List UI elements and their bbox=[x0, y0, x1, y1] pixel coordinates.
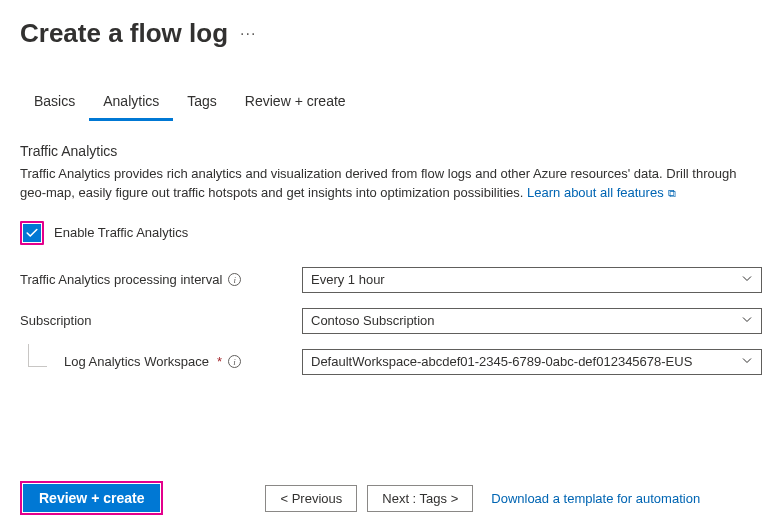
enable-traffic-analytics-checkbox[interactable] bbox=[23, 224, 41, 242]
next-button[interactable]: Next : Tags > bbox=[367, 485, 473, 512]
learn-more-text: Learn about all features bbox=[527, 185, 664, 200]
workspace-label: Log Analytics Workspace * i bbox=[20, 354, 302, 369]
learn-more-link[interactable]: Learn about all features⧉ bbox=[527, 185, 676, 200]
chevron-down-icon bbox=[741, 354, 753, 369]
subscription-select[interactable]: Contoso Subscription bbox=[302, 308, 762, 334]
info-icon[interactable]: i bbox=[228, 273, 241, 286]
previous-button[interactable]: < Previous bbox=[265, 485, 357, 512]
required-indicator: * bbox=[217, 354, 222, 369]
tab-basics[interactable]: Basics bbox=[20, 85, 89, 121]
workspace-value: DefaultWorkspace-abcdef01-2345-6789-0abc… bbox=[311, 354, 692, 369]
enable-traffic-analytics-label: Enable Traffic Analytics bbox=[54, 225, 188, 240]
section-description: Traffic Analytics provides rich analytic… bbox=[20, 165, 763, 203]
chevron-down-icon bbox=[741, 313, 753, 328]
subscription-value: Contoso Subscription bbox=[311, 313, 435, 328]
external-link-icon: ⧉ bbox=[668, 186, 676, 202]
tab-analytics[interactable]: Analytics bbox=[89, 85, 173, 121]
tab-review-create[interactable]: Review + create bbox=[231, 85, 360, 121]
page-title: Create a flow log bbox=[20, 18, 228, 49]
section-heading: Traffic Analytics bbox=[20, 143, 763, 159]
workspace-label-text: Log Analytics Workspace bbox=[64, 354, 209, 369]
tab-strip: Basics Analytics Tags Review + create bbox=[20, 85, 763, 121]
processing-interval-select[interactable]: Every 1 hour bbox=[302, 267, 762, 293]
chevron-down-icon bbox=[741, 272, 753, 287]
check-icon bbox=[25, 226, 39, 240]
review-create-button[interactable]: Review + create bbox=[23, 484, 160, 512]
download-template-link[interactable]: Download a template for automation bbox=[491, 491, 700, 506]
processing-interval-label-text: Traffic Analytics processing interval bbox=[20, 272, 222, 287]
processing-interval-label: Traffic Analytics processing interval i bbox=[20, 272, 302, 287]
tab-tags[interactable]: Tags bbox=[173, 85, 231, 121]
more-actions-icon[interactable]: ··· bbox=[240, 25, 256, 43]
info-icon[interactable]: i bbox=[228, 355, 241, 368]
enable-checkbox-highlight bbox=[20, 221, 44, 245]
subscription-label-text: Subscription bbox=[20, 313, 92, 328]
subscription-label: Subscription bbox=[20, 313, 302, 328]
processing-interval-value: Every 1 hour bbox=[311, 272, 385, 287]
review-create-highlight: Review + create bbox=[20, 481, 163, 515]
workspace-select[interactable]: DefaultWorkspace-abcdef01-2345-6789-0abc… bbox=[302, 349, 762, 375]
